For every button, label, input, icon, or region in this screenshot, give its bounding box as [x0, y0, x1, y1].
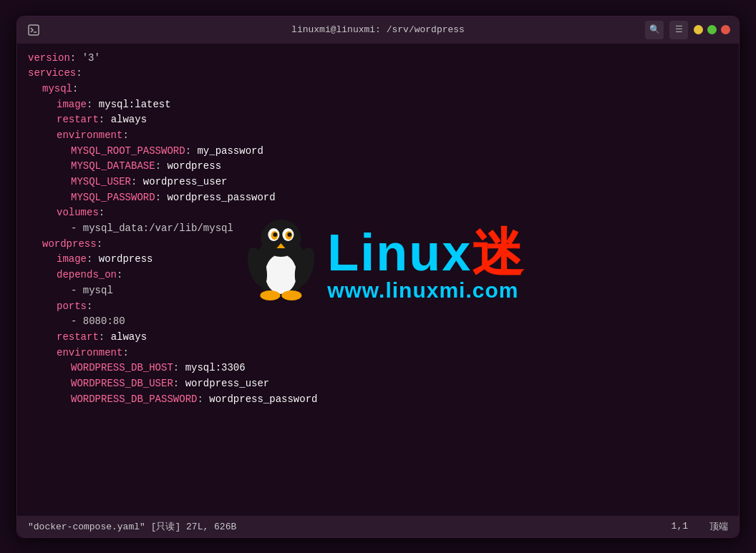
titlebar: linuxmi@linuxmi: /srv/wordpress 🔍 ☰	[17, 16, 739, 44]
minimize-button[interactable]	[694, 25, 703, 34]
yaml-plain: :	[87, 253, 99, 265]
terminal-line: restart: always	[28, 112, 728, 128]
yaml-value: mysql:3306	[185, 362, 246, 373]
yaml-key: services	[28, 67, 76, 79]
terminal-body: version: '3'services:mysql:image: mysql:…	[17, 44, 739, 516]
statusbar: "docker-compose.yaml" [只读] 27L, 626B 1,1…	[17, 516, 739, 537]
terminal-line: environment:	[28, 346, 728, 361]
yaml-value: wordpress	[99, 253, 153, 265]
titlebar-controls: 🔍 ☰	[645, 21, 730, 39]
statusbar-right: 1,1 顶端	[672, 520, 728, 533]
yaml-plain: :	[76, 67, 82, 79]
yaml-value: always	[111, 114, 147, 125]
yaml-value: wordpress	[167, 160, 221, 172]
yaml-plain: :	[99, 331, 111, 343]
yaml-plain: :	[131, 176, 143, 187]
yaml-key: WORDPRESS_DB_PASSWORD	[71, 393, 197, 405]
yaml-key: mysql	[42, 83, 72, 94]
yaml-value: always	[111, 331, 147, 343]
terminal-line: - 8080:80	[28, 314, 728, 330]
yaml-key: environment	[57, 347, 122, 358]
yaml-value: wordpress_password	[209, 393, 317, 405]
terminal-line: image: mysql:latest	[28, 97, 728, 113]
search-button[interactable]: 🔍	[645, 21, 664, 39]
yaml-plain: :	[155, 192, 168, 203]
terminal-line: environment:	[28, 128, 728, 144]
yaml-key: environment	[57, 129, 122, 141]
yaml-plain: :	[117, 269, 122, 280]
terminal-line: restart: always	[28, 330, 728, 346]
yaml-key: MYSQL_USER	[71, 176, 131, 187]
traffic-lights	[694, 25, 730, 34]
terminal-line: wordpress:	[28, 237, 728, 253]
yaml-key: image	[57, 253, 87, 265]
yaml-plain: :	[197, 393, 209, 405]
terminal-line: WORDPRESS_DB_HOST: mysql:3306	[28, 361, 728, 376]
yaml-value: my_password	[197, 145, 263, 157]
yaml-plain: :	[173, 362, 185, 373]
yaml-value: wordpress_user	[143, 176, 228, 187]
terminal-line: services:	[28, 66, 728, 82]
yaml-key: version	[28, 52, 70, 64]
yaml-plain: :	[173, 378, 185, 389]
yaml-key: ports	[57, 300, 87, 312]
terminal-window: linuxmi@linuxmi: /srv/wordpress 🔍 ☰ vers…	[16, 16, 740, 538]
yaml-plain: :	[185, 145, 198, 157]
terminal-line: depends_on:	[28, 268, 728, 283]
menu-button[interactable]: ☰	[669, 21, 688, 39]
terminal-line: MYSQL_PASSWORD: wordpress_password	[28, 190, 728, 206]
yaml-key: depends_on	[57, 269, 117, 280]
terminal-line: WORDPRESS_DB_USER: wordpress_user	[28, 376, 728, 392]
yaml-key: image	[57, 99, 87, 110]
yaml-value: wordpress_user	[185, 378, 270, 389]
yaml-plain: :	[99, 207, 105, 218]
yaml-key: MYSQL_PASSWORD	[71, 192, 155, 203]
yaml-plain: '3'	[82, 52, 100, 64]
yaml-plain: :	[155, 160, 168, 172]
terminal-line: volumes:	[28, 205, 728, 221]
search-icon: 🔍	[649, 24, 660, 35]
yaml-key: WORDPRESS_DB_USER	[71, 378, 173, 389]
terminal-line: MYSQL_DATABASE: wordpress	[28, 159, 728, 175]
statusbar-file-info: "docker-compose.yaml" [只读] 27L, 626B	[28, 520, 236, 533]
terminal-line: - mysql	[28, 283, 728, 299]
yaml-key: restart	[57, 114, 99, 125]
yaml-key: restart	[57, 331, 99, 343]
yaml-plain: - mysql	[71, 285, 113, 296]
maximize-button[interactable]	[707, 25, 717, 34]
yaml-plain: - mysql_data:/var/lib/mysql	[71, 222, 233, 234]
yaml-value: wordpress_password	[167, 192, 275, 203]
terminal-line: image: wordpress	[28, 252, 728, 268]
yaml-plain: :	[87, 300, 92, 312]
close-button[interactable]	[721, 25, 730, 34]
yaml-key: WORDPRESS_DB_HOST	[71, 362, 173, 373]
yaml-plain: :	[122, 347, 128, 358]
terminal-icon	[26, 22, 42, 38]
yaml-plain: :	[122, 129, 128, 141]
menu-icon: ☰	[675, 24, 683, 35]
yaml-value: mysql:latest	[99, 99, 171, 110]
yaml-key: wordpress	[42, 238, 97, 250]
yaml-plain: :	[99, 114, 111, 125]
terminal-line: WORDPRESS_DB_PASSWORD: wordpress_passwor…	[28, 392, 728, 408]
yaml-key: MYSQL_ROOT_PASSWORD	[71, 145, 185, 157]
terminal-line: mysql:	[28, 82, 728, 97]
terminal-line: - mysql_data:/var/lib/mysql	[28, 221, 728, 237]
yaml-plain: :	[70, 52, 82, 64]
yaml-plain: :	[87, 99, 99, 110]
window-title: linuxmi@linuxmi: /srv/wordpress	[291, 24, 465, 35]
yaml-plain: :	[72, 83, 78, 94]
yaml-plain: :	[97, 238, 102, 250]
terminal-line: MYSQL_ROOT_PASSWORD: my_password	[28, 144, 728, 160]
yaml-key: volumes	[57, 207, 99, 218]
statusbar-location: 顶端	[709, 520, 728, 533]
terminal-line: version: '3'	[28, 51, 728, 67]
terminal-line: ports:	[28, 299, 728, 315]
yaml-plain: - 8080:80	[71, 315, 125, 327]
terminal-line: MYSQL_USER: wordpress_user	[28, 175, 728, 190]
yaml-key: MYSQL_DATABASE	[71, 160, 155, 172]
statusbar-position: 1,1	[672, 521, 688, 532]
